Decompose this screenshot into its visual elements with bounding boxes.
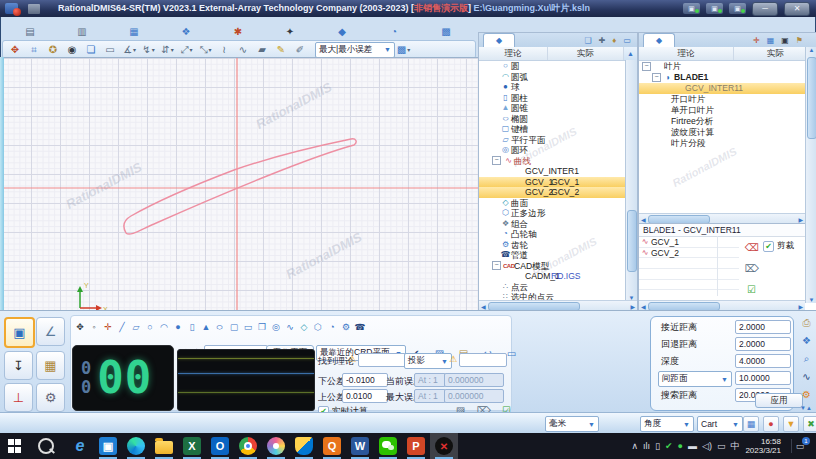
found-theory-input[interactable] [358,353,406,367]
toolbar-icon-button[interactable]: ✪ [45,42,62,57]
scroll-left-arrow[interactable]: ◀ [479,303,488,310]
toolbar-icon-button[interactable]: ∿ [235,42,252,57]
scroll-up-button[interactable]: ▲ [624,47,637,60]
side-tool-button[interactable]: ⎙ [798,315,815,330]
error-mode-dropdown[interactable]: 最大|最小误差▼ [315,42,395,58]
toolbar-icon-button[interactable]: ⌗ [26,42,43,57]
ribbon-tab[interactable]: ▤ [4,23,56,40]
tree-row[interactable]: 单开口叶片 [639,105,816,116]
tray-icon[interactable]: 中 [730,440,739,453]
tray-icon[interactable]: ● [678,441,683,451]
tree-row[interactable]: − CAD CAD模型 [479,261,637,272]
toolbar-icon-button[interactable]: ∡▾ [121,42,138,57]
feature-tool-button[interactable]: ● [172,319,184,334]
panel-strip-icon[interactable]: ▦ [767,36,775,45]
blade-panel-tab[interactable]: ◆ [643,33,675,47]
taskbar-app-button[interactable] [262,433,290,459]
projection-input[interactable] [459,353,507,367]
lower-tolerance-input[interactable]: -0.0100 [342,373,388,387]
taskbar-app-button[interactable]: W [346,433,374,459]
theory-column-header[interactable]: 理论 [479,47,548,60]
tree-row[interactable]: ◔ 凸轮轴 [479,229,637,240]
tree-row[interactable]: ▢ 键槽 [479,124,637,135]
tree-row[interactable]: − 叶片 [639,61,816,72]
ribbon-tab[interactable]: ▥ [56,23,108,40]
toolbar-icon-button[interactable]: ↯▾ [140,42,157,57]
feature-tool-button[interactable]: ▲ [200,319,212,334]
ribbon-tab[interactable]: ◔ [368,23,420,40]
toolbar-icon-button[interactable]: ⤡▾ [197,42,214,57]
tree-expander[interactable]: − [652,73,661,82]
feature-tool-button[interactable]: ❐ [256,319,268,334]
scroll-up-arrow[interactable]: ▲ [806,47,816,53]
dock-mode-button[interactable]: ▣ [4,317,35,348]
tree-row[interactable]: − ◗ BLADE1 [639,72,816,83]
clip-checkbox-group[interactable]: ✔ 剪裁 [763,240,794,252]
tree-row[interactable]: GCV_1 GCV_1 [479,177,637,188]
toolbar-icon-button[interactable]: ✐ [292,42,309,57]
feature-tool-button[interactable]: ◠ [158,319,170,334]
toolbar-icon-button[interactable]: ◉ [64,42,81,57]
taskbar-app-button[interactable]: X [178,433,206,459]
user-session-icon[interactable]: ▣ [683,3,700,14]
tree-row[interactable]: ❖ 组合 [479,219,637,230]
color-scale-button[interactable]: ▩▾ [395,42,412,57]
actual-column-header[interactable]: 实际 [548,47,624,60]
probe-user-icon[interactable]: ▣ [729,3,746,14]
feature-tool-button[interactable]: ◦ [88,319,100,334]
distance-input[interactable]: 2.0000 [735,337,791,351]
strip-scroll-arrows[interactable]: ▼▲ [798,405,814,411]
feature-tool-button[interactable]: ☎ [354,319,366,334]
tree-expander[interactable]: − [642,62,651,71]
tray-icon[interactable]: ∧ [631,441,638,451]
units-dropdown[interactable]: 毫米▼ [545,416,599,432]
tree-row[interactable]: ◎ 圆环 [479,145,637,156]
panel-strip-icon[interactable]: ✛ [753,36,760,45]
dock-mode-button[interactable]: ↧ [4,351,33,380]
panel-strip-icon[interactable]: ✚ [599,36,606,45]
tree-row[interactable]: ○ 椭圆 [479,114,637,125]
status-icon-button[interactable]: ▦ [743,416,759,432]
upper-tolerance-input[interactable]: 0.0100 [342,389,388,403]
side-tool-button[interactable]: ⌕ [798,351,815,366]
toolbar-icon-button[interactable]: ⤢▾ [178,42,195,57]
section-row[interactable]: ∿ GCV_1 [639,237,739,248]
tree-row[interactable]: ▱ 平行平面 [479,135,637,146]
toolbar-icon-button[interactable]: ✥ [7,42,24,57]
dock-mode-button[interactable]: ∠ [36,317,65,346]
remote-icon[interactable]: ▣ [706,3,723,14]
taskbar-app-button[interactable] [234,433,262,459]
ribbon-tab[interactable]: ◆ [316,23,368,40]
feature-tool-button[interactable]: ◇ [298,319,310,334]
panel-strip-icon[interactable]: ♦ [612,36,616,45]
status-icon-button[interactable]: ✖ [803,416,816,432]
tray-icon[interactable]: ▯ [655,441,660,451]
ribbon-tab[interactable]: ▩ [420,23,472,40]
distance-input[interactable]: 4.0000 [735,354,791,368]
tree-row[interactable]: 叶片分段 [639,138,816,149]
side-tool-button[interactable]: ❖ [798,333,815,348]
tree-expander[interactable]: − [492,156,501,165]
dock-mode-button[interactable]: ⊥ [4,383,33,412]
ribbon-tab[interactable]: ✱ [212,23,264,40]
side-tool-button[interactable]: ⚙ [798,387,815,402]
ribbon-tab[interactable]: ❖ [160,23,212,40]
side-tool-button[interactable]: ∿ [798,369,815,384]
blade-section-curve[interactable] [124,139,356,234]
notification-icon[interactable]: ▭ [791,439,808,453]
tree-row[interactable]: 波纹度计算 [639,127,816,138]
tree-row[interactable]: − ∿ 曲线 [479,156,637,167]
feature-tool-button[interactable]: ◎ [270,319,282,334]
status-icon-button[interactable]: ● [763,416,779,432]
ribbon-tab[interactable]: ✦ [264,23,316,40]
scrollbar-thumb[interactable] [807,57,816,139]
panel-strip-icon[interactable]: ⚑ [796,36,803,45]
blade-panel-vscrollbar[interactable]: ▲ ▼ [805,47,816,303]
start-button[interactable] [8,439,22,453]
tray-icon[interactable]: ◁) [702,441,712,451]
taskbar-app-button[interactable] [122,433,150,459]
tree-row[interactable]: ○ 圆 [479,61,637,72]
taskbar-app-button[interactable]: O [206,433,234,459]
search-icon[interactable] [38,438,54,454]
graphics-canvas[interactable]: RationalDMIS RationalDMIS RationalDMIS Y… [2,57,478,311]
